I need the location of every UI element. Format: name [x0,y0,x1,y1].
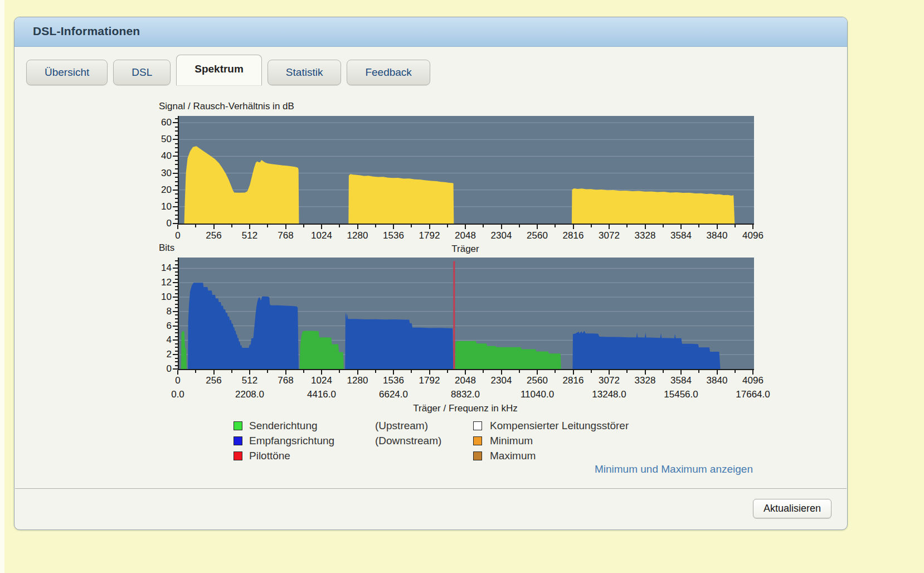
x-minor-tick [519,225,520,227]
legend-direction-note: (Upstream) [375,420,428,432]
x-minor-tick [231,370,232,373]
x-tick-label: 3328 [635,375,656,386]
tab-dsl[interactable]: DSL [113,60,171,85]
x-minor-tick [339,225,340,227]
y-tick [173,190,178,191]
series-band [184,146,299,224]
x-tick-label: 2560 [527,375,548,386]
snr-y-ticks [172,116,178,224]
x-tick [752,370,753,375]
y-minor-tick [175,193,178,195]
x-minor-tick [267,225,268,227]
x-minor-tick [267,370,268,373]
x-tick [357,370,358,375]
y-minor-tick [175,304,178,305]
x-tick-label: 768 [278,375,293,386]
y-minor-tick [175,181,178,182]
y-minor-tick [175,300,178,301]
x-minor-tick [231,225,232,227]
x-minor-tick [591,370,592,373]
x-tick-label: 256 [206,375,221,386]
snr-chart-title: Signal / Rausch-Verhältnis in dB [159,101,294,112]
legend-pilot-tones-label: Pilottöne [249,450,290,462]
x-tick [501,225,502,229]
x-tick [321,225,322,229]
x-tick-label: 2048 [455,230,476,241]
x-tick-label: 4096 [742,375,763,386]
y-minor-tick [175,361,178,362]
series-band [455,341,561,369]
y-minor-tick [175,318,178,319]
x-tick [177,370,178,375]
legend-upstream-label: Senderichtung [249,420,318,432]
legend-row: PilottöneMaximum [234,450,791,465]
x-minor-tick [411,370,412,373]
y-minor-tick [175,127,178,128]
y-minor-tick [175,347,178,348]
frequency-tick-label: 17664.0 [736,389,770,400]
y-tick-label: 40 [161,150,172,162]
y-minor-tick [175,218,178,220]
x-tick [249,225,250,229]
y-minor-tick [175,332,178,333]
y-minor-tick [175,365,178,366]
x-minor-tick [735,370,736,373]
x-minor-tick [447,370,448,373]
legend-downstream-swatch [234,436,242,445]
x-minor-tick [591,225,592,227]
y-tick-label: 10 [161,292,172,303]
x-tick [501,370,502,375]
chart-canvas [179,258,754,369]
y-minor-tick [175,351,178,352]
x-tick-label: 1792 [419,375,440,386]
tab-feedback[interactable]: Feedback [347,60,430,85]
tab-spektrum[interactable]: Spektrum [176,55,262,85]
x-minor-tick [663,370,664,373]
x-minor-tick [626,225,628,227]
y-tick-label: 60 [161,117,172,128]
refresh-button[interactable]: Aktualisieren [753,499,831,518]
series-band [348,174,454,224]
frequency-tick-label: 2208.0 [235,389,264,400]
x-minor-tick [663,225,664,227]
x-tick-label: 2048 [455,375,476,386]
frequency-tick-label: 11040.0 [521,389,554,400]
x-tick-label: 4096 [742,230,763,241]
x-tick-label: 512 [242,375,257,386]
y-minor-tick [175,314,178,315]
x-tick [752,225,753,229]
x-minor-tick [555,225,556,227]
y-minor-tick [175,358,178,359]
legend-upstream-swatch [234,421,242,430]
show-min-max-link[interactable]: Minimum und Maximum anzeigen [178,463,753,475]
x-minor-tick [626,370,628,373]
legend-compensated-disturber-swatch [473,421,482,430]
legend-compensated-disturber-label: Kompensierter Leitungsstörer [490,420,629,432]
x-tick [645,225,646,229]
x-tick [717,370,718,375]
y-minor-tick [175,152,178,153]
x-tick-label: 3840 [707,375,728,386]
x-tick-label: 2816 [563,230,584,241]
y-tick-label: 0 [167,363,172,375]
x-tick-label: 1024 [311,230,332,241]
x-tick-label: 3840 [707,230,728,241]
tab-bar: ÜbersichtDSLSpektrumStatistikFeedback [26,54,430,85]
x-minor-tick [483,225,484,227]
legend-downstream-label: Empfangsrichtung [249,435,334,447]
tab--bersicht[interactable]: Übersicht [26,60,108,85]
y-minor-tick [175,307,178,308]
x-minor-tick [698,370,699,373]
y-tick-label: 4 [167,334,172,346]
y-tick-label: 14 [161,263,172,274]
y-minor-tick [175,322,178,323]
x-tick-label: 1536 [383,230,404,241]
tab-statistik[interactable]: Statistik [268,60,342,85]
x-minor-tick [519,370,520,373]
x-tick [213,225,215,229]
bits-y-tick-labels: 02468101214 [148,258,172,369]
y-minor-tick [175,286,178,287]
y-tick [173,206,178,207]
y-tick [173,139,178,140]
x-tick-label: 256 [206,230,221,241]
